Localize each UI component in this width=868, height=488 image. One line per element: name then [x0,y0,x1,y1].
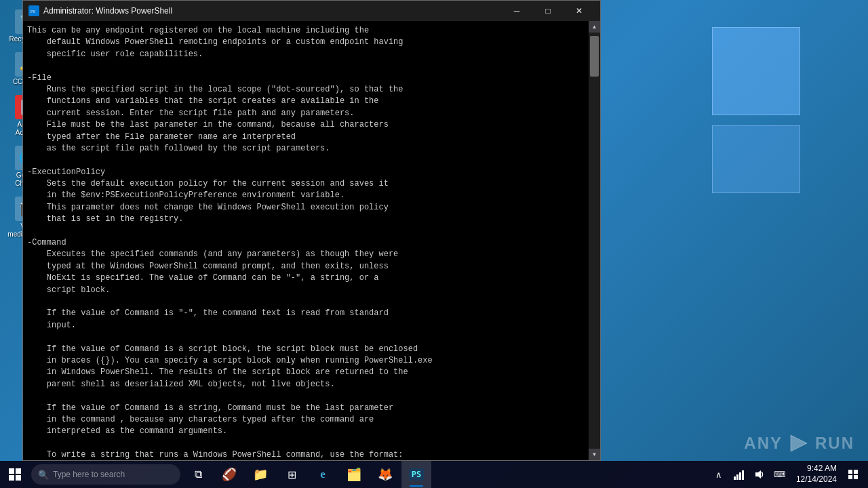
show-hidden-icons[interactable]: ∧ [709,465,728,484]
svg-text:PS: PS [31,9,36,14]
window-controls: ─ □ ✕ [501,1,595,21]
search-icon: 🔍 [38,470,49,480]
close-button[interactable]: ✕ [564,1,595,21]
anyrun-text: ANY [744,434,783,453]
taskbar-right-tray: ∧ ⌨ [709,464,868,485]
svg-rect-7 [736,474,738,480]
anyrun-play-icon [788,432,810,454]
svg-rect-11 [848,470,852,474]
scrollbar-thumb[interactable] [590,36,599,77]
taskbar-task-view[interactable]: ⧉ [183,461,213,488]
win-logo-box-2 [712,125,800,193]
powershell-title-icon: PS [28,5,39,16]
win-logo-box-1 [712,27,800,115]
taskbar-folder[interactable]: 🗂️ [339,461,369,488]
firefox-icon: 🦊 [378,467,393,482]
edge-icon: e [320,468,326,481]
system-tray-icons: ∧ ⌨ [709,465,789,484]
powershell-title-text: Administrator: Windows PowerShell [43,6,501,16]
scrollbar-down-button[interactable]: ▼ [589,449,600,460]
taskbar: 🔍 Type here to search ⧉ 🏈 📁 ⊞ e 🗂️ [0,461,868,488]
svg-rect-8 [739,472,741,480]
svg-rect-4 [9,475,14,481]
powershell-output: This can be any endpoint registered on t… [26,24,586,460]
powershell-scrollbar: ▲ ▼ [589,21,600,460]
taskbar-app-icons: ⧉ 🏈 📁 ⊞ e 🗂️ 🦊 PS [183,461,431,488]
clock-date: 12/14/2024 [796,474,837,485]
taskbar-windows-grid[interactable]: ⊞ [277,461,307,488]
taskbar-football[interactable]: 🏈 [214,461,244,488]
chevron-up-icon: ∧ [715,470,722,480]
svg-rect-5 [16,475,21,481]
powershell-taskbar-icon: PS [409,468,424,481]
football-icon: 🏈 [222,467,237,482]
svg-rect-2 [9,468,14,474]
folder-icon: 🗂️ [347,467,361,482]
svg-rect-3 [16,468,21,474]
svg-rect-14 [854,475,858,479]
powershell-text-area[interactable]: This can be any endpoint registered on t… [23,21,589,460]
keyboard-icon: ⌨ [774,470,785,479]
maximize-button[interactable]: □ [532,1,564,21]
notification-center-button[interactable] [844,465,863,484]
start-button[interactable] [0,461,30,488]
svg-rect-13 [848,475,852,479]
svg-rect-12 [854,470,858,474]
clock-time: 9:42 AM [796,464,837,474]
anyrun-watermark: ANY RUN [744,432,854,454]
powershell-window: PS Administrator: Windows PowerShell ─ □… [22,0,601,461]
taskbar-edge[interactable]: e [308,461,338,488]
windows-decor [665,27,800,332]
taskbar-search-bar[interactable]: 🔍 Type here to search [31,464,180,485]
search-placeholder-text: Type here to search [53,470,125,479]
file-explorer-icon: 📁 [253,467,268,482]
powershell-titlebar: PS Administrator: Windows PowerShell ─ □… [23,1,600,21]
scrollbar-up-button[interactable]: ▲ [589,21,600,33]
task-view-icon: ⧉ [195,468,202,481]
windows-grid-icon: ⊞ [288,468,296,481]
anyrun-run-text: RUN [815,434,854,453]
scrollbar-track[interactable] [589,33,600,449]
desktop: 🗑️ Recycle Bin 🧹 CCleaner 📄 AdobeAcrobat… [0,0,868,488]
svg-rect-9 [742,470,744,480]
system-clock[interactable]: 9:42 AM 12/14/2024 [792,464,841,485]
keyboard-tray-icon[interactable]: ⌨ [770,465,789,484]
network-tray-icon[interactable] [730,465,749,484]
volume-tray-icon[interactable] [750,465,769,484]
taskbar-firefox[interactable]: 🦊 [370,461,400,488]
taskbar-file-explorer[interactable]: 📁 [245,461,275,488]
svg-marker-10 [755,470,761,479]
taskbar-powershell[interactable]: PS [401,461,431,488]
svg-rect-6 [734,476,736,480]
svg-marker-0 [791,435,807,451]
minimize-button[interactable]: ─ [501,1,532,21]
powershell-content: This can be any endpoint registered on t… [23,21,600,460]
